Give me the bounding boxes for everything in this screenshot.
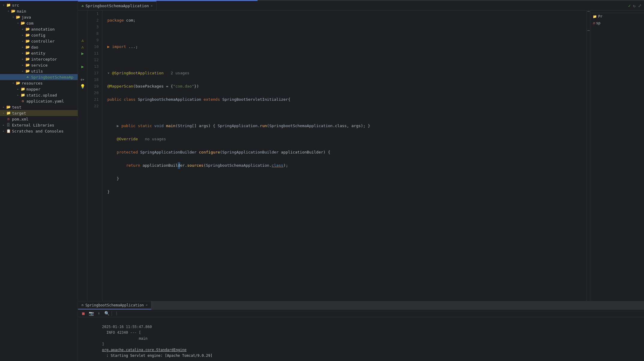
sidebar-item-service[interactable]: 📂 service — [0, 62, 78, 68]
arrow-service — [20, 63, 25, 67]
arrow-annotation — [20, 27, 25, 31]
arrow-dao — [20, 45, 25, 49]
sidebar-item-scratches[interactable]: 📋 Scratches and Consoles — [0, 128, 78, 134]
sidebar-item-config[interactable]: 📂 config — [0, 32, 78, 38]
run-tab-close[interactable]: × — [146, 303, 148, 307]
sidebar-item-test[interactable]: 📂 test — [0, 104, 78, 110]
log-thread-1: main — [102, 336, 148, 341]
sidebar-item-spring-app[interactable]: ☘ SpringbootSchemaAp — [0, 74, 78, 80]
folder-com-icon: 📂 — [20, 21, 25, 25]
sidebar-item-mapper[interactable]: 📁 mapper — [0, 86, 78, 92]
sidebar-label-target: target — [12, 111, 26, 115]
sidebar-label-interceptor: interceptor — [31, 57, 57, 61]
line-num-12: 12 — [88, 57, 99, 63]
gutter-2 — [78, 17, 87, 24]
sidebar-item-dao[interactable]: 📂 dao — [0, 44, 78, 50]
sidebar-label-spring-app: SpringbootSchemaAp — [31, 75, 73, 79]
bottom-tab-bar: n SpringbootSchemaApplication × — [78, 301, 644, 310]
folder-interceptor-icon: 📂 — [25, 57, 30, 61]
code-line-9: ▾ @SpringBootApplication 2 usages — [107, 70, 586, 76]
arrow-mapper — [16, 87, 20, 91]
sidebar-item-target[interactable]: 📁 target — [0, 110, 78, 116]
right-panel-item-sp[interactable]: m sp — [590, 20, 644, 26]
sidebar-item-application-yaml[interactable]: ⚙ application.yaml — [0, 98, 78, 104]
folder-utils-icon: 📂 — [25, 69, 30, 73]
folder-controller-icon: 📂 — [25, 39, 30, 43]
right-panel-item-pr[interactable]: 📁 Pr — [590, 13, 644, 20]
sidebar-item-controller[interactable]: 📂 controller — [0, 38, 78, 44]
sidebar-label-resources: resources — [22, 81, 43, 85]
scrollbar-gutter[interactable] — [586, 10, 590, 301]
code-line-13: ▶ public static void main(String[] args)… — [107, 123, 586, 129]
sidebar-item-java[interactable]: 📂 java — [0, 14, 78, 20]
more-options-button[interactable]: ⋮ — [114, 310, 120, 316]
console-content[interactable]: 2025-01-16 11:55:47.860 INFO 42340 --- [… — [78, 317, 644, 361]
sidebar-label-utils: utils — [31, 69, 43, 73]
line-num-21: 21 — [88, 96, 99, 103]
sidebar-item-com[interactable]: 📂 com — [0, 20, 78, 26]
folder-dao-icon: 📂 — [25, 45, 30, 49]
code-line-10: @MapperScan(basePackages = {"com.dao"}) — [107, 83, 586, 90]
scroll-mark-2 — [587, 30, 590, 31]
arrow-test — [1, 105, 6, 109]
sidebar-item-ext-libs[interactable]: 🗄 External Libraries — [0, 122, 78, 128]
arrow-ext-libs — [1, 123, 6, 127]
yaml-icon: ⚙ — [20, 99, 25, 103]
folder-scratches-icon: 📋 — [6, 129, 11, 133]
sidebar-label-test: test — [12, 105, 21, 109]
sidebar-item-resources[interactable]: 📂 resources — [0, 80, 78, 86]
sidebar-item-src[interactable]: 📁 src — [0, 2, 78, 8]
sidebar-label-com: com — [26, 21, 33, 25]
stop-button[interactable]: ■ — [80, 310, 86, 316]
search-console-button[interactable]: 🔍 — [104, 310, 110, 316]
line-num-17: 17 — [88, 70, 99, 76]
gutter-10: ⚠ — [78, 43, 87, 50]
sidebar-label-mapper: mapper — [26, 87, 40, 91]
sidebar-item-annotation[interactable]: 📂 annotation — [0, 26, 78, 32]
gutter-13: ▶ — [78, 63, 87, 70]
sidebar-item-static-upload[interactable]: 📁 static.upload — [0, 92, 78, 98]
sidebar: 📁 src 📂 main 📂 java 📂 com 📂 annotation — [0, 1, 78, 361]
check-icon[interactable]: ✓ — [628, 3, 631, 8]
editor-tab-active[interactable]: ☘ SpringbootSchemaApplication × — [78, 1, 157, 10]
code-line-21: } — [107, 189, 586, 195]
code-line-12 — [107, 109, 586, 116]
line-num-13: 13 — [88, 63, 99, 70]
line-num-22: 22 — [88, 103, 99, 109]
expand-icon[interactable]: ⤢ — [638, 3, 642, 8]
sidebar-item-pom[interactable]: m pom.xml — [0, 116, 78, 122]
line-num-19: 19 — [88, 83, 99, 90]
sidebar-item-entity[interactable]: 📂 entity — [0, 50, 78, 56]
sidebar-label-java: java — [22, 15, 31, 19]
sidebar-label-main: main — [17, 9, 26, 13]
sidebar-label-entity: entity — [31, 51, 45, 55]
line-num-1: 1 — [88, 10, 99, 17]
arrow-static-upload — [16, 93, 20, 97]
bottom-tab-run[interactable]: n SpringbootSchemaApplication × — [78, 301, 151, 309]
sidebar-label-src: src — [12, 3, 19, 7]
code-content[interactable]: package com; ▶ import ...; ▾ @SpringBoot… — [103, 10, 586, 301]
sidebar-label-pom: pom.xml — [12, 117, 28, 121]
sidebar-item-main[interactable]: 📂 main — [0, 8, 78, 14]
folder-test-icon: 📂 — [6, 105, 11, 109]
arrow-config — [20, 33, 25, 37]
sidebar-item-interceptor[interactable]: 📂 interceptor — [0, 56, 78, 62]
log-ts-1: 2025-01-16 11:55:47.860 — [102, 325, 152, 329]
spring-file-icon: ☘ — [25, 75, 30, 79]
sidebar-item-utils[interactable]: 📂 utils — [0, 68, 78, 74]
code-line-8 — [107, 57, 586, 63]
line-num-10: 10 — [88, 43, 99, 50]
download-button[interactable]: ⬇ — [96, 310, 102, 316]
refresh-icon[interactable]: ↻ — [633, 3, 636, 8]
screenshot-button[interactable]: 📷 — [88, 310, 94, 316]
sidebar-label-annotation: annotation — [31, 27, 55, 31]
folder-mapper-icon: 📁 — [20, 87, 25, 91]
log-info-1: INFO 42340 --- [ — [102, 330, 141, 335]
tab-close-button[interactable]: × — [151, 4, 153, 8]
code-line-1: package com; — [107, 17, 586, 24]
line-num-8: 8 — [88, 30, 99, 37]
arrow-interceptor — [20, 57, 25, 61]
folder-java-icon: 📂 — [16, 15, 20, 19]
log-msg-1: : Starting Servlet engine: [Apache Tomca… — [102, 354, 212, 358]
line-num-20: 20 — [88, 90, 99, 96]
